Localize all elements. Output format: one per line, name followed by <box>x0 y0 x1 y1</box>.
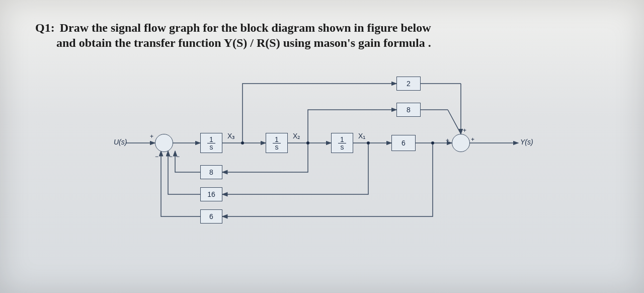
output-label: Y(s) <box>520 138 533 146</box>
question-label: Q1: <box>35 21 55 34</box>
question-text: Q1: Draw the signal flow graph for the b… <box>35 20 589 50</box>
gain-forward-top: 2 <box>396 77 421 91</box>
node-x1 <box>367 141 370 144</box>
question-line1: Draw the signal flow graph for the block… <box>60 21 431 34</box>
input-label: U(s) <box>114 138 127 146</box>
gain-feedback-3: 6 <box>200 209 222 224</box>
sum-input <box>155 134 173 152</box>
sum-output <box>452 134 470 152</box>
integrator-3: 1s <box>331 133 353 153</box>
node-after-gain <box>431 141 434 144</box>
state-x1: X₁ <box>358 132 366 140</box>
sign-out-plus2: + <box>471 136 474 143</box>
gain-feedback-1: 8 <box>200 165 222 179</box>
sign-fb1-minus: − <box>176 153 180 160</box>
gain-forward-mid: 8 <box>396 103 421 117</box>
integrator-1: 1s <box>200 133 222 153</box>
node-x2 <box>306 141 309 144</box>
gain-forward-main: 6 <box>391 135 416 151</box>
block-diagram: U(s) Y(s) 1s 1s 1s 2 8 6 8 16 6 X₃ X₂ X₁ <box>116 62 528 234</box>
sign-u-plus: + <box>150 133 153 140</box>
sign-out-plus1: + <box>463 127 466 134</box>
question-line2: and obtain the transfer function Y(S) / … <box>56 36 431 49</box>
node-x3 <box>241 141 244 144</box>
svg-line-10 <box>448 110 461 134</box>
sign-out-plus3: + <box>446 137 449 144</box>
state-x3: X₃ <box>227 132 235 140</box>
gain-feedback-2: 16 <box>200 187 222 201</box>
sign-fb2-minus: − <box>169 153 173 160</box>
sign-fb3-minus: − <box>155 153 158 160</box>
state-x2: X₂ <box>293 132 300 140</box>
page: Q1: Draw the signal flow graph for the b… <box>0 0 644 293</box>
integrator-2: 1s <box>266 133 288 153</box>
